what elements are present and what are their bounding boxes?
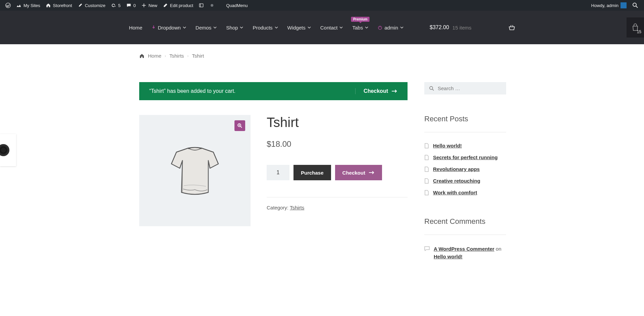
breadcrumb-sep: › <box>165 54 166 58</box>
comment-icon <box>424 246 430 251</box>
site-header: Home Dropdown Demos Shop Products Widget… <box>0 11 644 44</box>
arrow-right-icon <box>391 89 397 93</box>
added-to-cart-notice: “Tshirt” has been added to your cart. Ch… <box>139 82 408 100</box>
chevron-down-icon <box>240 26 243 29</box>
checkout-button[interactable]: Checkout <box>335 165 382 180</box>
recent-posts-list: Hello world! Secrets for perfect running… <box>424 140 506 198</box>
product: Tshirt $18.00 Purchase Checkout Category… <box>139 115 408 226</box>
updates[interactable]: 5 <box>108 0 123 11</box>
list-item: Work with comfort <box>424 187 506 198</box>
plugin-item-2[interactable] <box>207 0 217 11</box>
list-item: A WordPress Commenter on Hello world! <box>424 242 506 263</box>
product-meta: Category: Tshirts <box>267 197 408 210</box>
quantity-input[interactable] <box>267 165 289 180</box>
new-content[interactable]: New <box>139 0 160 11</box>
product-summary: Tshirt $18.00 Purchase Checkout Category… <box>267 115 408 226</box>
card-icon <box>199 3 204 8</box>
wp-logo[interactable] <box>3 0 13 11</box>
home-icon <box>46 3 51 8</box>
sidebar-search[interactable] <box>424 82 506 94</box>
new-label: New <box>149 3 157 8</box>
chevron-down-icon <box>339 26 343 29</box>
customize[interactable]: Customize <box>75 0 108 11</box>
avatar-icon <box>621 2 627 8</box>
floating-cart[interactable]: 15 <box>627 17 644 38</box>
quadmenu-label: QuadMenu <box>226 3 248 8</box>
breadcrumb-sep: › <box>187 54 189 58</box>
zoom-button[interactable] <box>234 120 245 131</box>
nav-widgets[interactable]: Widgets <box>287 25 311 30</box>
add-to-cart-form: Purchase Checkout <box>267 165 408 180</box>
wordpress-icon <box>5 3 11 8</box>
nav-shop[interactable]: Shop <box>226 25 243 30</box>
nav-products[interactable]: Products <box>253 25 278 30</box>
pencil-icon <box>163 3 168 8</box>
document-icon <box>424 155 429 160</box>
purchase-button[interactable]: Purchase <box>293 165 331 180</box>
site-name-label: Storefront <box>53 3 72 8</box>
comment-post-link[interactable]: Hello world! <box>434 254 463 259</box>
multisite-icon <box>16 3 21 8</box>
post-link[interactable]: Secrets for perfect running <box>433 154 498 160</box>
turn-down-icon <box>152 25 156 30</box>
search-input[interactable] <box>438 85 501 91</box>
comment-author-link[interactable]: A WordPress Commenter <box>434 246 494 252</box>
customize-label: Customize <box>85 3 105 8</box>
post-link[interactable]: Revolutionary apps <box>433 166 480 172</box>
widget-title: Recent Posts <box>424 115 506 123</box>
product-image <box>156 132 233 209</box>
svg-point-6 <box>430 86 433 89</box>
comments-count: 0 <box>133 3 136 8</box>
prev-product-float[interactable] <box>0 134 16 166</box>
document-icon <box>424 143 429 148</box>
recent-posts-widget: Recent Posts Hello world! Secrets for pe… <box>424 115 506 198</box>
search-icon <box>632 2 639 9</box>
category-link[interactable]: Tshirts <box>290 205 304 210</box>
update-icon <box>111 3 116 8</box>
cart-total: $372.00 <box>430 24 449 30</box>
home-icon <box>139 53 145 59</box>
divider <box>424 235 506 235</box>
my-sites[interactable]: My Sites <box>13 0 43 11</box>
nav-dropdown[interactable]: Dropdown <box>152 25 186 30</box>
svg-rect-1 <box>200 4 203 7</box>
quadmenu-admin[interactable]: QuadMenu <box>223 0 250 11</box>
breadcrumb-home[interactable]: Home <box>148 53 161 59</box>
breadcrumb-category[interactable]: Tshirts <box>169 53 184 59</box>
edit-label: Edit product <box>170 3 193 8</box>
nav-admin[interactable]: admin <box>378 25 404 30</box>
svg-point-2 <box>211 4 213 7</box>
breadcrumb-current: Tshirt <box>192 53 204 59</box>
wp-admin-bar: My Sites Storefront Customize 5 0 New Ed… <box>0 0 644 11</box>
nav-demos[interactable]: Demos <box>196 25 217 30</box>
breadcrumb: Home › Tshirts › Tshirt <box>139 44 505 59</box>
updates-count: 5 <box>118 3 120 8</box>
comment-text: A WordPress Commenter on Hello world! <box>434 245 506 260</box>
list-item: Creative retouching <box>424 175 506 187</box>
product-price: $18.00 <box>267 139 408 149</box>
plugin-item-1[interactable] <box>196 0 207 11</box>
search-icon <box>429 86 434 91</box>
edit-product[interactable]: Edit product <box>160 0 196 11</box>
header-cart[interactable]: $372.00 15 items <box>430 24 515 30</box>
notice-checkout-button[interactable]: Checkout <box>355 88 397 94</box>
premium-badge: Premium <box>351 17 370 22</box>
nav-contact[interactable]: Contact <box>320 25 343 30</box>
nav-tabs[interactable]: Premium Tabs <box>352 25 368 30</box>
post-link[interactable]: Work with comfort <box>433 190 477 195</box>
my-account[interactable]: Howdy, admin <box>589 0 629 11</box>
site-name[interactable]: Storefront <box>43 0 75 11</box>
product-gallery[interactable] <box>139 115 251 226</box>
list-item: Revolutionary apps <box>424 163 506 175</box>
divider <box>424 132 506 132</box>
post-link[interactable]: Hello world! <box>433 143 462 148</box>
power-icon <box>378 25 382 30</box>
comments-admin[interactable]: 0 <box>123 0 139 11</box>
svg-point-3 <box>633 3 636 6</box>
nav-home[interactable]: Home <box>129 25 142 30</box>
dot-icon <box>209 3 215 8</box>
list-item: Secrets for perfect running <box>424 151 506 163</box>
admin-search[interactable] <box>629 0 641 11</box>
document-icon <box>424 178 429 184</box>
post-link[interactable]: Creative retouching <box>433 178 480 184</box>
